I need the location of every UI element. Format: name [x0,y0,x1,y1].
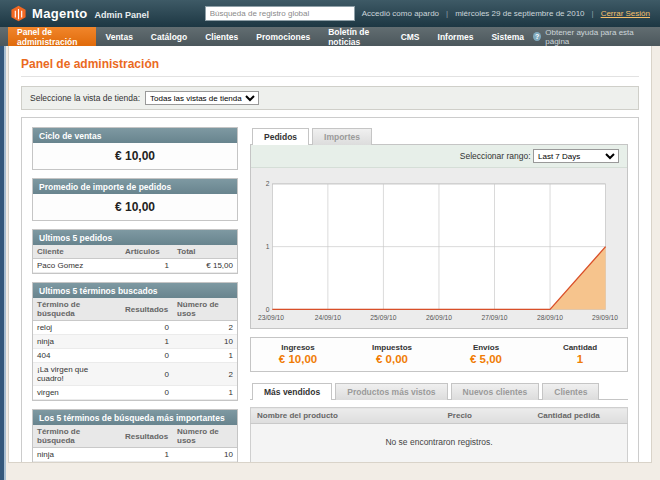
chart-tabs: PedidosImportes [250,127,628,145]
table-cell: 0 [121,386,173,400]
last-search-terms-table: Término de búsquedaResultadosNúmero de u… [33,298,237,400]
title-divider [21,76,639,77]
magento-logo: Magento Admin Panel [10,5,149,22]
table-cell: 2 [173,321,237,335]
nav-item[interactable]: Informes [429,27,483,46]
table-row[interactable]: ninja110 [33,335,237,349]
stats-bar: Ingresos€ 10,00Impuestos€ 0,00Envíos€ 5,… [250,337,628,372]
nav-items: Panel de administraciónVentasCatálogoCli… [8,27,533,46]
tab[interactable]: Pedidos [252,128,309,145]
table-cell: Paco Gomez [33,259,121,273]
top-search-terms-table: Término de búsquedaResultadosNúmero de u… [33,425,237,463]
nav-item[interactable]: Promociones [247,27,319,46]
table-cell: virgen [33,386,121,400]
nav-item[interactable]: Boletín de noticias [319,27,391,46]
column-header: Precio [442,408,532,424]
table-row[interactable]: virgen01 [33,386,237,400]
table-cell: 1 [173,386,237,400]
table-cell: 0 [121,349,173,363]
stat: Cantidad1 [533,343,627,365]
svg-text:28/09/10: 28/09/10 [537,314,563,321]
table-row[interactable]: Paco Gomez1€ 15,00 [33,259,237,273]
table-cell: 404 [33,349,121,363]
table-cell: reloj [33,462,121,464]
column-header: Número de usos [173,425,237,448]
card-value: € 10,00 [33,143,237,169]
global-search-input[interactable] [205,6,355,21]
column-header: Término de búsqueda [33,298,121,321]
last-orders-card: Ultimos 5 pedidos ClienteArtículosTotalP… [32,229,238,274]
nav-item[interactable]: Clientes [196,27,247,46]
stat-label: Impuestos [345,343,439,352]
help-label: Obtener ayuda para esta página [545,28,650,46]
table-row[interactable]: reloj02 [33,462,237,464]
sidebar-column: Ciclo de ventas € 10,00 Promedio de impo… [32,127,238,463]
svg-text:27/09/10: 27/09/10 [481,314,507,321]
column-header: Artículos [121,245,173,259]
empty-message: No se encontraron registros. [251,424,628,463]
card-value: € 10,00 [33,194,237,220]
table-cell: ninja [33,335,121,349]
table-cell: 1 [121,448,173,462]
table-row[interactable]: reloj02 [33,321,237,335]
range-select[interactable]: Last 7 Days [533,149,619,163]
svg-text:1: 1 [266,243,270,250]
svg-text:24/09/10: 24/09/10 [315,314,341,321]
logout-link[interactable]: Cerrar Sesión [601,9,650,18]
header-separator: | [592,9,594,18]
table-cell: 1 [121,335,173,349]
column-header: Cliente [33,245,121,259]
tab[interactable]: Productos más vistos [335,383,447,400]
sales-cycle-card: Ciclo de ventas € 10,00 [32,127,238,170]
page-left-border [0,0,6,480]
last-orders-table: ClienteArtículosTotalPaco Gomez1€ 15,00 [33,245,237,273]
nav-item[interactable]: Ventas [96,27,141,46]
logo-subtitle: Admin Panel [95,7,150,20]
average-order-card: Promedio de importe de pedidos € 10,00 [32,178,238,221]
column-header: Total [173,245,237,259]
column-header: Término de búsqueda [33,425,121,448]
table-cell: 0 [121,363,173,386]
card-title: Ultimos 5 pedidos [33,230,237,245]
table-cell: ninja [33,448,121,462]
main-column: PedidosImportes Seleccionar rango: Last … [250,127,628,463]
table-cell: 2 [173,462,237,464]
svg-text:25/09/10: 25/09/10 [370,314,396,321]
table-cell: 1 [121,259,173,273]
store-view-select[interactable]: Todas las vistas de tienda [145,91,259,105]
table-cell: 0 [121,462,173,464]
table-row[interactable]: ¡La virgen que cuadro!02 [33,363,237,386]
table-cell: 10 [173,335,237,349]
table-cell: 2 [173,363,237,386]
svg-text:2: 2 [266,180,270,187]
stat: Ingresos€ 10,00 [251,343,345,365]
tab[interactable]: Clientes [542,383,599,400]
card-title: Ultimos 5 términos buscados [33,283,237,298]
stat-label: Cantidad [533,343,627,352]
nav-item[interactable]: Catálogo [142,27,196,46]
top-search-terms-card: Los 5 términos de búsqueda más important… [32,409,238,463]
tab[interactable]: Nuevos clientes [451,383,540,400]
orders-chart: 01223/09/1024/09/1025/09/1026/09/1027/09… [257,174,619,326]
tab[interactable]: Más vendidos [252,383,332,400]
table-row[interactable]: ninja110 [33,448,237,462]
table-row[interactable]: 40401 [33,349,237,363]
nav-item[interactable]: CMS [392,27,429,46]
stat-value: € 0,00 [345,353,439,365]
tab[interactable]: Importes [312,128,372,145]
logo-title: Magento [32,6,88,21]
content-panel: Panel de administración Seleccione la vi… [8,46,652,463]
help-link[interactable]: ? Obtener ayuda para esta página [533,27,660,46]
card-title: Promedio de importe de pedidos [33,179,237,194]
nav-item[interactable]: Sistema [482,27,533,46]
card-title: Los 5 términos de búsqueda más important… [33,410,237,425]
range-label: Seleccionar rango: [460,151,531,161]
nav-item[interactable]: Panel de administración [8,27,96,46]
column-header: Resultados [121,425,173,448]
table-cell: € 15,00 [173,259,237,273]
table-cell: 0 [121,321,173,335]
products-table: Nombre del productoPrecioCantidad pedida… [250,407,628,463]
main-nav: Panel de administraciónVentasCatálogoCli… [0,27,660,46]
svg-text:23/09/10: 23/09/10 [258,314,284,321]
chart-toolbar: Seleccionar rango: Last 7 Days [251,145,627,168]
